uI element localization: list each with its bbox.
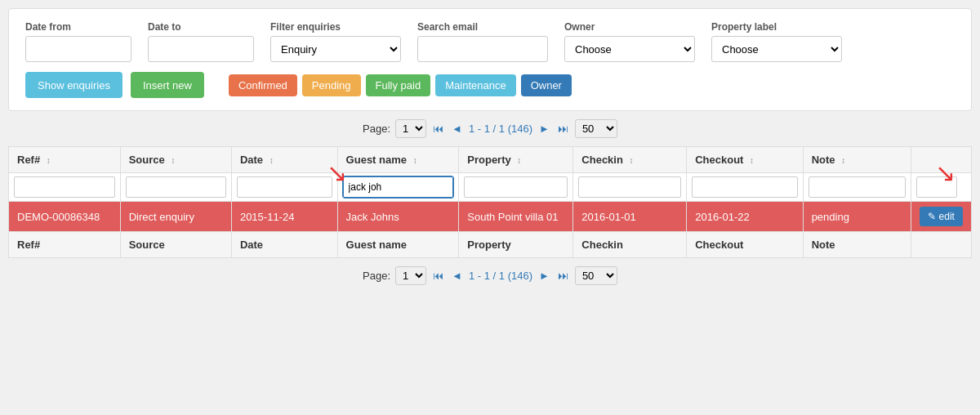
page-info-top: 1 - 1 / 1 (146) xyxy=(469,123,532,135)
col-header-checkin[interactable]: Checkin ↕ xyxy=(573,147,687,173)
col-header-property[interactable]: Property ↕ xyxy=(459,147,573,173)
filter-guestname-input[interactable] xyxy=(343,176,454,198)
sort-date[interactable]: ↕ xyxy=(270,156,274,165)
insert-new-button[interactable]: Insert new xyxy=(131,72,204,98)
filter-date-input[interactable] xyxy=(237,176,332,198)
sort-guestname[interactable]: ↕ xyxy=(413,156,417,165)
table-footer-header: Ref# Source Date Guest name Property Che… xyxy=(9,232,972,258)
show-enquiries-button[interactable]: Show enquiries xyxy=(25,72,122,98)
filter-enquiries-label: Filter enquiries xyxy=(270,21,401,33)
property-label-select[interactable]: Choose xyxy=(711,36,842,62)
filter-checkin-input[interactable] xyxy=(578,176,681,198)
col-header-source[interactable]: Source ↕ xyxy=(120,147,231,173)
cell-actions: ✎ edit xyxy=(911,202,971,232)
footer-note: Note xyxy=(803,232,911,258)
filter-panel: Date from Date to Filter enquiries Enqui… xyxy=(8,8,972,111)
filter-row: Date from Date to Filter enquiries Enqui… xyxy=(25,21,955,62)
per-page-select-bottom[interactable]: 25 50 100 xyxy=(575,266,617,285)
date-from-input[interactable] xyxy=(25,36,131,62)
col-header-note[interactable]: Note ↕ xyxy=(803,147,911,173)
filter-guestname-cell xyxy=(337,173,459,202)
sort-checkout[interactable]: ↕ xyxy=(750,156,754,165)
main-content: Page: 1 ⏮ ◄ 1 - 1 / 1 (146) ► ⏭ 25 50 10… xyxy=(8,119,972,285)
filter-actions-input[interactable] xyxy=(916,176,957,198)
badge-fullypaid[interactable]: Fully paid xyxy=(366,74,431,96)
sort-note[interactable]: ↕ xyxy=(841,156,845,165)
footer-property: Property xyxy=(459,232,573,258)
filter-note-input[interactable] xyxy=(808,176,906,198)
edit-icon: ✎ xyxy=(928,211,936,222)
footer-actions xyxy=(911,232,971,258)
owner-label: Owner xyxy=(564,21,695,33)
footer-checkin: Checkin xyxy=(573,232,687,258)
filter-date-cell xyxy=(231,173,337,202)
first-page-btn-bottom[interactable]: ⏮ xyxy=(431,270,445,282)
prev-page-btn[interactable]: ◄ xyxy=(450,123,464,135)
prev-page-btn-bottom[interactable]: ◄ xyxy=(450,270,464,282)
filter-source-cell xyxy=(120,173,231,202)
date-from-group: Date from xyxy=(25,21,131,62)
owner-group: Owner Choose xyxy=(564,21,695,62)
cell-date: 2015-11-24 xyxy=(231,202,337,232)
page-label: Page: xyxy=(363,123,390,135)
filter-source-input[interactable] xyxy=(126,176,226,198)
edit-button[interactable]: ✎ edit xyxy=(920,207,963,226)
footer-guestname: Guest name xyxy=(337,232,459,258)
col-header-date[interactable]: Date ↕ xyxy=(231,147,337,173)
sort-ref[interactable]: ↕ xyxy=(47,156,51,165)
search-email-label: Search email xyxy=(417,21,548,33)
date-from-label: Date from xyxy=(25,21,131,33)
footer-date: Date xyxy=(231,232,337,258)
last-page-btn[interactable]: ⏭ xyxy=(556,123,570,135)
page-select-top[interactable]: 1 xyxy=(395,119,426,138)
table-filter-inputs xyxy=(9,173,972,202)
status-badges: Confirmed Pending Fully paid Maintenance… xyxy=(229,74,572,96)
filter-enquiries-select[interactable]: Enquiry Confirmed Pending Fully paid Mai… xyxy=(270,36,401,62)
filter-note-cell xyxy=(803,173,911,202)
col-header-checkout[interactable]: Checkout ↕ xyxy=(687,147,803,173)
last-page-btn-bottom[interactable]: ⏭ xyxy=(556,270,570,282)
date-to-group: Date to xyxy=(148,21,254,62)
col-header-actions xyxy=(911,147,971,173)
enquiries-table: Ref# ↕ Source ↕ Date ↕ Guest name ↕ Prop… xyxy=(8,146,972,258)
page-label-bottom: Page: xyxy=(363,270,390,282)
cell-note: pending xyxy=(803,202,911,232)
badge-maintenance[interactable]: Maintenance xyxy=(435,74,515,96)
col-header-guestname[interactable]: Guest name ↕ xyxy=(337,147,459,173)
cell-checkout: 2016-01-22 xyxy=(687,202,803,232)
cell-checkin: 2016-01-01 xyxy=(573,202,687,232)
filter-ref-input[interactable] xyxy=(14,176,115,198)
page-select-bottom[interactable]: 1 xyxy=(395,266,426,285)
filter-actions-cell xyxy=(911,173,971,202)
search-email-input[interactable] xyxy=(417,36,548,62)
date-to-input[interactable] xyxy=(148,36,254,62)
col-header-ref[interactable]: Ref# ↕ xyxy=(9,147,121,173)
action-row: Show enquiries Insert new Confirmed Pend… xyxy=(25,72,955,98)
filter-property-cell xyxy=(459,173,573,202)
pagination-bottom: Page: 1 ⏮ ◄ 1 - 1 / 1 (146) ► ⏭ 25 50 10… xyxy=(8,266,972,285)
filter-checkout-input[interactable] xyxy=(692,176,797,198)
badge-pending[interactable]: Pending xyxy=(302,74,361,96)
badge-confirmed[interactable]: Confirmed xyxy=(229,74,297,96)
table-row: DEMO-00086348 Direct enquiry 2015-11-24 … xyxy=(9,202,972,232)
footer-checkout: Checkout xyxy=(687,232,803,258)
badge-owner[interactable]: Owner xyxy=(521,74,572,96)
sort-checkin[interactable]: ↕ xyxy=(630,156,634,165)
cell-guestname: Jack Johns xyxy=(337,202,459,232)
sort-source[interactable]: ↕ xyxy=(171,156,175,165)
filter-enquiries-group: Filter enquiries Enquiry Confirmed Pendi… xyxy=(270,21,401,62)
edit-label: edit xyxy=(939,211,955,222)
filter-property-input[interactable] xyxy=(464,176,568,198)
cell-source: Direct enquiry xyxy=(120,202,231,232)
owner-select[interactable]: Choose xyxy=(564,36,695,62)
next-page-btn[interactable]: ► xyxy=(537,123,551,135)
cell-property: South Point villa 01 xyxy=(459,202,573,232)
first-page-btn[interactable]: ⏮ xyxy=(431,123,445,135)
cell-ref: DEMO-00086348 xyxy=(9,202,121,232)
property-label-group: Property label Choose xyxy=(711,21,842,62)
per-page-select-top[interactable]: 25 50 100 xyxy=(575,119,617,138)
property-label-label: Property label xyxy=(711,21,842,33)
sort-property[interactable]: ↕ xyxy=(517,156,521,165)
page-info-bottom: 1 - 1 / 1 (146) xyxy=(469,270,532,282)
next-page-btn-bottom[interactable]: ► xyxy=(537,270,551,282)
